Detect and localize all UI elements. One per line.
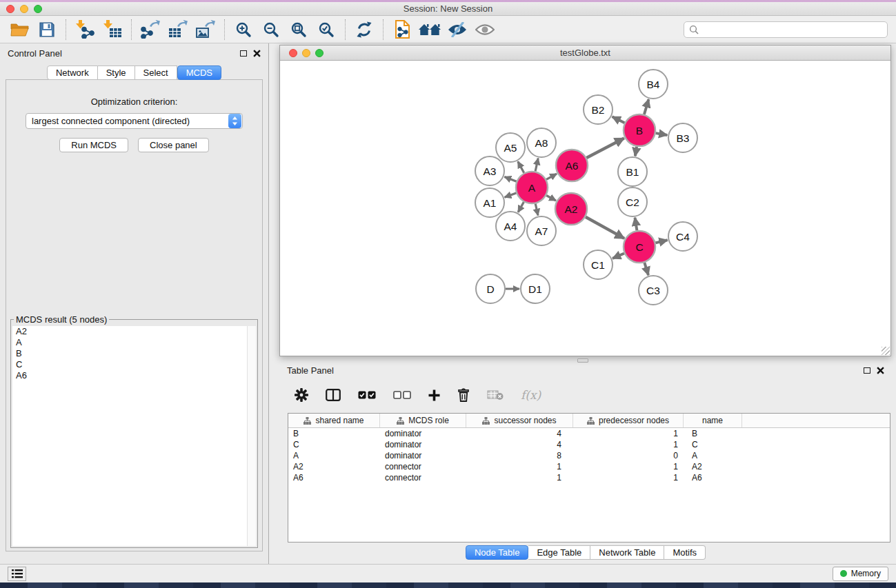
network-zoom-button[interactable]: [315, 49, 323, 57]
cell-name[interactable]: C: [684, 439, 742, 450]
show-all-button[interactable]: [471, 19, 499, 41]
resize-grip[interactable]: [882, 347, 890, 355]
hide-selected-button[interactable]: [444, 19, 471, 41]
import-table-button[interactable]: [99, 19, 126, 41]
graph-node-B2[interactable]: B2: [584, 95, 613, 124]
table-row-a[interactable]: Adominator80A: [288, 450, 890, 461]
graph-edge-C-C1[interactable]: [613, 254, 624, 258]
cell-name[interactable]: A2: [684, 461, 742, 472]
float-table-panel-icon[interactable]: [864, 367, 870, 374]
cell-successor-nodes[interactable]: 8: [466, 450, 573, 461]
import-network-button[interactable]: [71, 19, 99, 41]
export-network-button[interactable]: [137, 19, 164, 41]
network-close-button[interactable]: [289, 49, 297, 57]
graph-edge-A-A7[interactable]: [535, 203, 538, 215]
cell-successor-nodes[interactable]: 4: [466, 439, 573, 450]
graph-node-A3[interactable]: A3: [475, 156, 504, 185]
graph-node-C3[interactable]: C3: [639, 276, 668, 305]
cell-successor-nodes[interactable]: 4: [466, 428, 573, 439]
zoom-fit-button[interactable]: [285, 19, 312, 41]
column-header-successor-nodes[interactable]: successor nodes: [466, 414, 573, 427]
column-header-predecessor-nodes[interactable]: predecessor nodes: [573, 414, 684, 427]
search-input[interactable]: [699, 23, 882, 36]
refresh-button[interactable]: [350, 19, 378, 41]
minimize-window-button[interactable]: [20, 5, 28, 13]
cell-shared-name[interactable]: C: [288, 439, 380, 450]
graph-edge-B-B4[interactable]: [644, 99, 649, 114]
delete-button[interactable]: [457, 388, 470, 402]
graph-edge-A-A2[interactable]: [546, 196, 556, 201]
graph-node-A6[interactable]: A6: [556, 150, 588, 181]
cell-shared-name[interactable]: B: [288, 428, 380, 439]
close-window-button[interactable]: [6, 5, 14, 13]
memory-button[interactable]: Memory: [833, 567, 888, 581]
network-minimize-button[interactable]: [302, 49, 310, 57]
table-row-a6[interactable]: A6connector11A6: [288, 472, 890, 483]
gear-button[interactable]: [295, 388, 308, 402]
close-table-panel-icon[interactable]: [877, 367, 884, 374]
graph-edge-A6-B[interactable]: [586, 139, 624, 158]
mcds-result-item-b[interactable]: B: [12, 348, 256, 359]
cell-predecessor-nodes[interactable]: 0: [573, 450, 684, 461]
cell-MCDS-role[interactable]: connector: [380, 472, 466, 483]
graph-edge-A-A6[interactable]: [546, 174, 557, 179]
task-history-button[interactable]: [8, 567, 26, 581]
cell-predecessor-nodes[interactable]: 1: [573, 461, 684, 472]
tab-style[interactable]: Style: [98, 65, 135, 80]
graph-node-B[interactable]: B: [624, 114, 655, 146]
tab-motifs[interactable]: Motifs: [664, 545, 706, 560]
table-row-a2[interactable]: A2connector11A2: [288, 461, 890, 472]
graph-edge-C-C4[interactable]: [655, 240, 667, 243]
graph-node-B1[interactable]: B1: [618, 157, 647, 186]
close-panel-icon[interactable]: [253, 50, 261, 57]
column-header-name[interactable]: name: [684, 414, 742, 427]
open-session-button[interactable]: [6, 19, 33, 41]
cell-name[interactable]: A6: [684, 472, 742, 483]
save-session-button[interactable]: [33, 19, 61, 41]
cell-MCDS-role[interactable]: connector: [380, 461, 466, 472]
home-button[interactable]: [416, 19, 444, 41]
graph-edge-A-A1[interactable]: [505, 193, 517, 197]
tab-network[interactable]: Network: [47, 65, 98, 80]
graph-node-B4[interactable]: B4: [639, 70, 668, 99]
cell-shared-name[interactable]: A: [288, 450, 380, 461]
graph-edge-C-C2[interactable]: [635, 218, 637, 231]
cell-MCDS-role[interactable]: dominator: [380, 439, 466, 450]
cell-shared-name[interactable]: A6: [288, 472, 380, 483]
mcds-result-item-a2[interactable]: A2: [12, 326, 256, 337]
float-panel-icon[interactable]: [240, 50, 247, 57]
select-all-button[interactable]: [358, 391, 376, 399]
graph-node-A[interactable]: A: [516, 172, 548, 203]
result-scrollbar[interactable]: [247, 326, 256, 546]
mcds-result-item-a[interactable]: A: [12, 337, 256, 348]
tab-node-table[interactable]: Node Table: [466, 545, 529, 560]
cell-MCDS-role[interactable]: dominator: [380, 428, 466, 439]
graph-node-A1[interactable]: A1: [475, 188, 504, 217]
cell-shared-name[interactable]: A2: [288, 461, 380, 472]
tab-select[interactable]: Select: [135, 65, 177, 80]
graph-node-A2[interactable]: A2: [555, 193, 587, 225]
column-header-MCDS-role[interactable]: MCDS role: [380, 414, 466, 427]
graph-node-C2[interactable]: C2: [618, 187, 647, 216]
graph-edge-A-A8[interactable]: [535, 159, 538, 172]
zoom-window-button[interactable]: [34, 5, 42, 13]
graph-node-D[interactable]: D: [476, 274, 505, 303]
graph-edge-B-B3[interactable]: [656, 133, 668, 135]
deselect-all-button[interactable]: [393, 391, 411, 399]
zoom-out-button[interactable]: [257, 19, 285, 41]
mcds-result-item-c[interactable]: C: [12, 359, 256, 370]
cell-predecessor-nodes[interactable]: 1: [573, 472, 684, 483]
graph-node-C1[interactable]: C1: [584, 250, 613, 279]
graph-edge-A2-C[interactable]: [586, 217, 624, 239]
graph-node-B3[interactable]: B3: [668, 123, 697, 152]
graph-edge-B-B1[interactable]: [635, 147, 637, 156]
graph-node-D1[interactable]: D1: [521, 274, 550, 303]
column-header-shared-name[interactable]: shared name: [288, 414, 380, 427]
graph-node-C[interactable]: C: [624, 231, 655, 263]
cell-name[interactable]: A: [684, 450, 742, 461]
cell-successor-nodes[interactable]: 1: [466, 472, 573, 483]
add-column-button[interactable]: [428, 389, 440, 401]
run-mcds-button[interactable]: Run MCDS: [59, 138, 128, 152]
cell-predecessor-nodes[interactable]: 1: [573, 439, 684, 450]
graph-edge-C-C3[interactable]: [644, 263, 648, 275]
